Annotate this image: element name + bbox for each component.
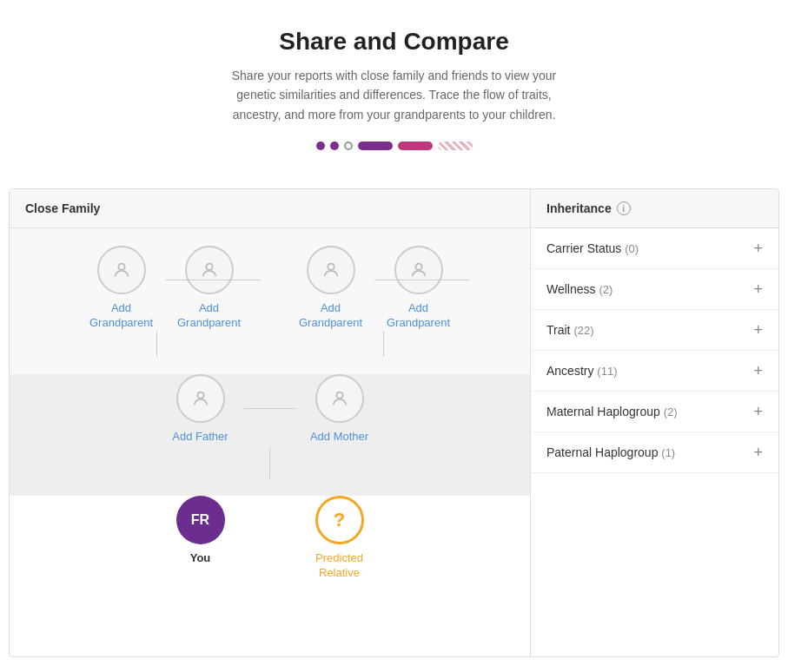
you-section: FR You ? Predicted Relative bbox=[10, 496, 530, 598]
svg-point-1 bbox=[206, 264, 212, 270]
you-label: You bbox=[190, 551, 211, 566]
wellness-plus: + bbox=[753, 281, 763, 297]
maternal-haplogroup-label: Maternal Haplogroup (2) bbox=[546, 405, 678, 418]
svg-point-4 bbox=[197, 392, 203, 399]
mother-node[interactable]: Add Mother bbox=[296, 374, 383, 445]
svg-point-0 bbox=[118, 264, 124, 270]
parent-vline bbox=[269, 448, 270, 478]
accordion-maternal-haplogroup[interactable]: Maternal Haplogroup (2) + bbox=[531, 392, 778, 432]
father-label: Add Father bbox=[172, 430, 228, 445]
parents-hline bbox=[244, 408, 296, 409]
you-avatar: FR bbox=[176, 496, 225, 544]
grandparent-3-avatar bbox=[307, 246, 355, 294]
close-family-label: Close Family bbox=[25, 201, 100, 215]
page-header: Share and Compare Share your reports wit… bbox=[0, 0, 788, 188]
predicted-relative-avatar: ? bbox=[315, 496, 364, 544]
pill-1 bbox=[358, 142, 393, 150]
grandparent-3-label: AddGrandparent bbox=[299, 301, 362, 331]
predicted-relative-label: Predicted Relative bbox=[315, 551, 363, 581]
grandparent-4-label: AddGrandparent bbox=[387, 301, 450, 331]
predicted-relative-symbol: ? bbox=[334, 509, 345, 531]
ancestry-label: Ancestry (11) bbox=[546, 364, 617, 378]
father-avatar bbox=[176, 374, 225, 423]
accordion-list: Carrier Status (0) + Wellness (2) + Trai… bbox=[531, 228, 778, 473]
dot-2 bbox=[330, 142, 339, 150]
carrier-status-label: Carrier Status (0) bbox=[546, 241, 639, 255]
page-subtitle: Share your reports with close family and… bbox=[221, 66, 568, 124]
grandparent-2-label: AddGrandparent bbox=[177, 301, 241, 331]
accordion-carrier-status[interactable]: Carrier Status (0) + bbox=[531, 228, 778, 269]
inheritance-panel: Inheritance i Carrier Status (0) + Welln… bbox=[531, 189, 778, 656]
ancestry-plus: + bbox=[753, 363, 763, 379]
maternal-haplogroup-plus: + bbox=[753, 404, 763, 419]
grandparent-2-avatar bbox=[185, 246, 234, 294]
svg-point-3 bbox=[415, 264, 421, 270]
grandparent-3[interactable]: AddGrandparent bbox=[288, 246, 374, 331]
close-family-header: Close Family bbox=[10, 189, 530, 228]
parents-to-you-line bbox=[18, 448, 521, 478]
gp-vline-left bbox=[156, 331, 157, 357]
you-row: FR You ? Predicted Relative bbox=[18, 496, 521, 581]
accordion-ancestry[interactable]: Ancestry (11) + bbox=[531, 351, 778, 392]
grandparent-2[interactable]: AddGrandparent bbox=[166, 246, 253, 331]
inheritance-label: Inheritance bbox=[546, 201, 612, 215]
you-node: FR You bbox=[157, 496, 244, 566]
main-layout: Close Family AddGrandparent bbox=[9, 188, 779, 657]
gp-line-2 bbox=[374, 280, 470, 280]
you-initials: FR bbox=[191, 512, 209, 528]
accordion-wellness[interactable]: Wellness (2) + bbox=[531, 269, 778, 310]
grandparent-4[interactable]: AddGrandparent bbox=[375, 246, 462, 331]
predicted-relative-node[interactable]: ? Predicted Relative bbox=[296, 496, 383, 581]
mother-avatar bbox=[315, 374, 364, 423]
dot-1 bbox=[316, 142, 325, 150]
grandparent-1[interactable]: AddGrandparent bbox=[78, 246, 165, 331]
wellness-label: Wellness (2) bbox=[546, 282, 613, 296]
paternal-haplogroup-label: Paternal Haplogroup (1) bbox=[546, 445, 675, 459]
grandparents-section: AddGrandparent AddGrandparent bbox=[10, 228, 530, 374]
mother-label: Add Mother bbox=[310, 430, 368, 445]
svg-point-2 bbox=[328, 264, 334, 270]
progress-dots bbox=[17, 142, 771, 150]
inheritance-header: Inheritance i bbox=[531, 189, 778, 228]
pill-2 bbox=[398, 142, 433, 150]
page-title: Share and Compare bbox=[17, 28, 771, 56]
grandparent-4-avatar bbox=[394, 246, 443, 294]
paternal-haplogroup-plus: + bbox=[753, 445, 763, 460]
svg-point-5 bbox=[336, 392, 342, 399]
gp-to-parent-lines bbox=[18, 331, 521, 357]
trait-label: Trait (22) bbox=[546, 323, 594, 337]
father-node[interactable]: Add Father bbox=[157, 374, 244, 445]
carrier-status-plus: + bbox=[753, 240, 763, 256]
trait-plus: + bbox=[753, 322, 763, 338]
gp-vline-right bbox=[383, 331, 384, 357]
accordion-trait[interactable]: Trait (22) + bbox=[531, 310, 778, 351]
inheritance-info-icon[interactable]: i bbox=[617, 201, 631, 215]
dot-3 bbox=[344, 142, 353, 150]
accordion-paternal-haplogroup[interactable]: Paternal Haplogroup (1) + bbox=[531, 432, 778, 473]
gp-line-1 bbox=[165, 280, 261, 280]
pill-3 bbox=[438, 142, 473, 150]
parents-section: Add Father Add Mother bbox=[10, 374, 530, 496]
close-family-panel: Close Family AddGrandparent bbox=[10, 189, 531, 656]
grandparent-1-label: AddGrandparent bbox=[89, 301, 153, 331]
grandparent-1-avatar bbox=[97, 246, 146, 294]
